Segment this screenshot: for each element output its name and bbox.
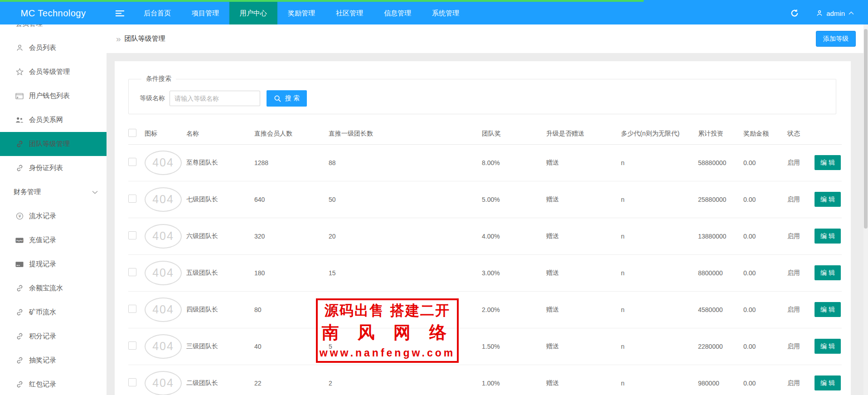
user-icon — [15, 44, 24, 52]
column-header: 状态 — [787, 123, 815, 144]
search-legend: 条件搜索 — [141, 75, 176, 83]
sidebar-item-label: 财务管理 — [14, 188, 41, 196]
search-button[interactable]: 搜 索 — [267, 90, 307, 107]
cell-direct-leaders: 2 — [329, 365, 482, 395]
cell-generations: n — [621, 328, 698, 365]
edit-button[interactable]: 编 辑 — [815, 265, 841, 280]
sidebar-item[interactable]: 团队等级管理 — [0, 132, 107, 156]
column-header: 直推一级团长数 — [329, 123, 482, 144]
link-icon — [15, 332, 24, 341]
edit-button[interactable]: 编 辑 — [815, 192, 841, 207]
sidebar-item[interactable]: 提现记录 — [0, 252, 107, 276]
row-checkbox[interactable] — [128, 158, 136, 166]
edit-button[interactable]: 编 辑 — [815, 155, 841, 170]
sidebar-item-label: 充值记录 — [29, 236, 56, 244]
sidebar-item[interactable]: ¥流水记录 — [0, 204, 107, 228]
sidebar-item-label: 抽奖记录 — [29, 356, 56, 365]
cell-status: 启用 — [787, 365, 815, 395]
breadcrumb-arrow-icon: » — [116, 34, 121, 44]
edit-button[interactable]: 编 辑 — [815, 375, 841, 390]
sidebar-item-label: 会员列表 — [29, 44, 56, 52]
cell-direct-leaders: 5 — [329, 328, 482, 365]
navbar-item[interactable]: 系统管理 — [422, 2, 470, 24]
sidebar-item-label: 流水记录 — [29, 212, 56, 220]
row-checkbox[interactable] — [128, 378, 136, 386]
sidebar-item-label: 团队等级管理 — [29, 140, 70, 148]
wallet-icon — [15, 92, 24, 100]
column-header: 升级是否赠送 — [546, 123, 621, 144]
navbar-item[interactable]: 项目管理 — [181, 2, 229, 24]
cell-reward-amount: 0.00 — [743, 365, 787, 395]
refresh-icon[interactable] — [790, 9, 799, 17]
column-header: 图标 — [145, 123, 186, 144]
cell-direct-members: 40 — [254, 328, 329, 365]
navbar-item[interactable]: 奖励管理 — [277, 2, 325, 24]
sidebar-item-clipped[interactable]: 会员管理 — [0, 24, 107, 36]
sidebar-item[interactable]: 矿币流水 — [0, 300, 107, 324]
navbar-item[interactable]: 后台首页 — [133, 2, 181, 24]
cell-upgrade-gift: 赠送 — [546, 254, 621, 291]
cell-direct-members: 80 — [254, 291, 329, 328]
row-checkbox[interactable] — [128, 195, 136, 203]
navbar-item[interactable]: 用户中心 — [229, 2, 277, 24]
cell-reward-amount: 0.00 — [743, 144, 787, 181]
navbar-item[interactable]: 社区管理 — [325, 2, 373, 24]
edit-button[interactable]: 编 辑 — [815, 339, 841, 354]
cell-direct-members: 22 — [254, 365, 329, 395]
sidebar-item-label: 会员等级管理 — [29, 68, 70, 76]
select-all-checkbox[interactable] — [128, 129, 136, 137]
cell-reward-amount: 0.00 — [743, 328, 787, 365]
sidebar-item[interactable]: 积分记录 — [0, 324, 107, 348]
brand-logo[interactable]: MC Technology — [0, 2, 107, 24]
user-menu[interactable]: admin — [816, 10, 854, 17]
sidebar-item[interactable]: 会员列表 — [0, 36, 107, 60]
level-icon-404: 404 — [145, 224, 182, 249]
navbar-item[interactable]: 信息管理 — [373, 2, 422, 24]
top-navbar: MC Technology 后台首页项目管理用户中心奖励管理社区管理信息管理系统… — [0, 0, 868, 24]
cell-reward-amount: 0.00 — [743, 291, 787, 328]
cell-status: 启用 — [787, 328, 815, 365]
cell-team-reward: 2.00% — [482, 291, 546, 328]
main-content: » 团队等级管理 添加等级 条件搜索 等级名称 搜 索 — [107, 24, 863, 395]
cell-direct-members: 320 — [254, 218, 329, 254]
table-row: 404四级团队长8092.00%赠送n45800000.00启用编 辑 — [128, 291, 842, 328]
sidebar-item[interactable]: PayPal充值记录 — [0, 228, 107, 252]
content-card: 条件搜索 等级名称 搜 索 — [115, 61, 851, 395]
sidebar-item[interactable]: 身份证列表 — [0, 156, 107, 180]
username: admin — [826, 10, 845, 17]
hamburger-icon[interactable] — [107, 2, 133, 24]
sidebar-item[interactable]: 抽奖记录 — [0, 348, 107, 372]
search-fieldset: 条件搜索 等级名称 搜 索 — [128, 75, 836, 114]
scrollbar-thumb[interactable] — [864, 29, 868, 229]
level-name-input[interactable] — [170, 91, 260, 106]
table-row: 404至尊团队长1288888.00%赠送n588800000.00启用编 辑 — [128, 144, 842, 181]
table-header-row: 图标名称直推会员人数直推一级团长数团队奖升级是否赠送多少代(n则为无限代)累计投… — [128, 123, 842, 144]
cell-generations: n — [621, 218, 698, 254]
link-icon — [15, 380, 24, 389]
cell-name: 二级团队长 — [186, 365, 254, 395]
add-level-button[interactable]: 添加等级 — [816, 31, 856, 47]
page-scrollbar[interactable] — [863, 24, 868, 395]
svg-text:¥: ¥ — [18, 214, 21, 219]
table-row: 404三级团队长4051.50%赠送n22800000.00启用编 辑 — [128, 328, 842, 365]
column-header: 团队奖 — [482, 123, 546, 144]
row-checkbox[interactable] — [128, 305, 136, 313]
edit-button[interactable]: 编 辑 — [815, 229, 841, 244]
sidebar-item-label: 提现记录 — [29, 260, 56, 268]
row-checkbox[interactable] — [128, 341, 136, 350]
sidebar-item[interactable]: 财务管理 — [0, 180, 107, 204]
cell-upgrade-gift: 赠送 — [546, 144, 621, 181]
cell-name: 六级团队长 — [186, 218, 254, 254]
cell-reward-amount: 0.00 — [743, 254, 787, 291]
cell-name: 三级团队长 — [186, 328, 254, 365]
sidebar-item-label: 积分记录 — [29, 332, 56, 341]
row-checkbox[interactable] — [128, 231, 136, 239]
sidebar-item[interactable]: 余额宝流水 — [0, 276, 107, 300]
edit-button[interactable]: 编 辑 — [815, 302, 841, 317]
sidebar-item[interactable]: 用户钱包列表 — [0, 84, 107, 108]
sidebar-item[interactable]: 会员等级管理 — [0, 60, 107, 84]
sidebar-item[interactable]: 红包记录 — [0, 372, 107, 395]
person-icon — [816, 10, 823, 17]
row-checkbox[interactable] — [128, 268, 136, 276]
sidebar-item[interactable]: 会员关系网 — [0, 108, 107, 132]
